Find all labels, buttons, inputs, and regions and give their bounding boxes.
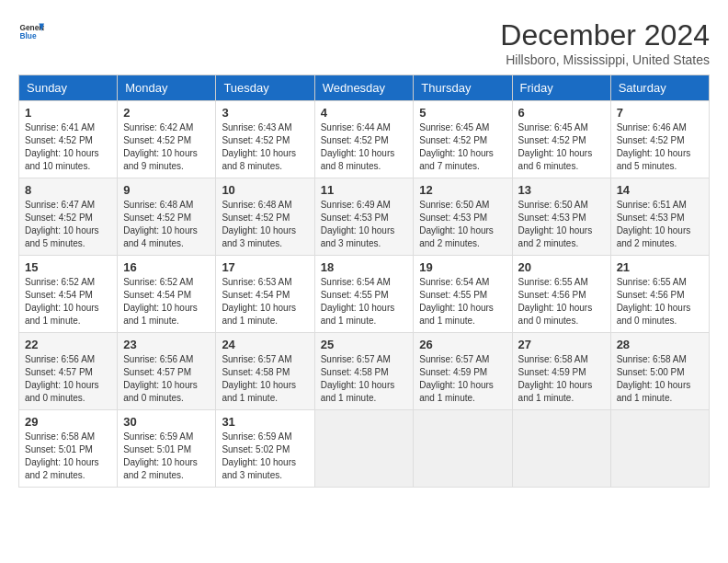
day-number: 1	[25, 106, 111, 120]
day-info: Sunrise: 6:51 AMSunset: 4:53 PMDaylight:…	[617, 199, 703, 250]
header-thursday: Thursday	[414, 75, 512, 101]
day-number: 4	[321, 106, 408, 120]
day-info: Sunrise: 6:52 AMSunset: 4:54 PMDaylight:…	[123, 276, 210, 327]
week-row-4: 22Sunrise: 6:56 AMSunset: 4:57 PMDayligh…	[19, 333, 710, 410]
day-info: Sunrise: 6:53 AMSunset: 4:54 PMDaylight:…	[222, 276, 308, 327]
day-cell: 14Sunrise: 6:51 AMSunset: 4:53 PMDayligh…	[610, 178, 709, 256]
header-friday: Friday	[512, 75, 610, 101]
day-cell: 24Sunrise: 6:57 AMSunset: 4:58 PMDayligh…	[216, 333, 314, 410]
day-number: 12	[419, 183, 506, 197]
day-cell: 10Sunrise: 6:48 AMSunset: 4:52 PMDayligh…	[216, 178, 314, 256]
day-cell: 23Sunrise: 6:56 AMSunset: 4:57 PMDayligh…	[118, 333, 216, 410]
svg-text:Blue: Blue	[19, 31, 36, 40]
day-cell: 20Sunrise: 6:55 AMSunset: 4:56 PMDayligh…	[512, 256, 610, 333]
header-saturday: Saturday	[610, 75, 709, 101]
day-cell: 8Sunrise: 6:47 AMSunset: 4:52 PMDaylight…	[19, 178, 118, 256]
day-number: 8	[25, 183, 111, 197]
day-info: Sunrise: 6:49 AMSunset: 4:53 PMDaylight:…	[321, 199, 408, 250]
day-cell	[314, 410, 414, 488]
day-cell: 2Sunrise: 6:42 AMSunset: 4:52 PMDaylight…	[118, 101, 216, 178]
day-number: 23	[123, 338, 210, 351]
day-info: Sunrise: 6:58 AMSunset: 4:59 PMDaylight:…	[518, 353, 605, 405]
day-cell: 5Sunrise: 6:45 AMSunset: 4:52 PMDaylight…	[414, 101, 512, 178]
day-number: 17	[222, 260, 308, 274]
day-cell: 12Sunrise: 6:50 AMSunset: 4:53 PMDayligh…	[414, 178, 512, 256]
day-info: Sunrise: 6:48 AMSunset: 4:52 PMDaylight:…	[123, 199, 210, 250]
day-number: 21	[617, 260, 703, 274]
day-number: 15	[25, 260, 111, 274]
day-info: Sunrise: 6:42 AMSunset: 4:52 PMDaylight:…	[123, 121, 210, 173]
day-info: Sunrise: 6:45 AMSunset: 4:52 PMDaylight:…	[419, 121, 506, 173]
day-cell: 25Sunrise: 6:57 AMSunset: 4:58 PMDayligh…	[314, 333, 414, 410]
day-cell	[512, 410, 610, 488]
day-info: Sunrise: 6:56 AMSunset: 4:57 PMDaylight:…	[25, 353, 111, 405]
day-cell: 27Sunrise: 6:58 AMSunset: 4:59 PMDayligh…	[512, 333, 610, 410]
day-number: 31	[222, 415, 308, 429]
day-info: Sunrise: 6:47 AMSunset: 4:52 PMDaylight:…	[25, 199, 111, 250]
header-row: SundayMondayTuesdayWednesdayThursdayFrid…	[19, 75, 710, 101]
week-row-5: 29Sunrise: 6:58 AMSunset: 5:01 PMDayligh…	[19, 410, 710, 488]
header-wednesday: Wednesday	[314, 75, 414, 101]
day-number: 11	[321, 183, 408, 197]
day-info: Sunrise: 6:52 AMSunset: 4:54 PMDaylight:…	[25, 276, 111, 327]
day-number: 27	[518, 338, 605, 351]
day-info: Sunrise: 6:50 AMSunset: 4:53 PMDaylight:…	[518, 199, 605, 250]
day-number: 18	[321, 260, 408, 274]
day-cell: 6Sunrise: 6:45 AMSunset: 4:52 PMDaylight…	[512, 101, 610, 178]
day-cell	[414, 410, 512, 488]
calendar-table: SundayMondayTuesdayWednesdayThursdayFrid…	[18, 75, 710, 488]
day-cell: 28Sunrise: 6:58 AMSunset: 5:00 PMDayligh…	[610, 333, 709, 410]
week-row-3: 15Sunrise: 6:52 AMSunset: 4:54 PMDayligh…	[19, 256, 710, 333]
day-cell	[610, 410, 709, 488]
logo-icon: General Blue	[18, 18, 44, 44]
day-cell: 19Sunrise: 6:54 AMSunset: 4:55 PMDayligh…	[414, 256, 512, 333]
day-info: Sunrise: 6:54 AMSunset: 4:55 PMDaylight:…	[419, 276, 506, 327]
day-info: Sunrise: 6:46 AMSunset: 4:52 PMDaylight:…	[617, 121, 703, 173]
day-info: Sunrise: 6:43 AMSunset: 4:52 PMDaylight:…	[222, 121, 308, 173]
day-cell: 18Sunrise: 6:54 AMSunset: 4:55 PMDayligh…	[314, 256, 414, 333]
day-number: 26	[419, 338, 506, 351]
day-info: Sunrise: 6:58 AMSunset: 5:00 PMDaylight:…	[617, 353, 703, 405]
day-info: Sunrise: 6:59 AMSunset: 5:01 PMDaylight:…	[123, 431, 210, 482]
day-info: Sunrise: 6:59 AMSunset: 5:02 PMDaylight:…	[222, 431, 308, 482]
day-number: 16	[123, 260, 210, 274]
day-cell: 17Sunrise: 6:53 AMSunset: 4:54 PMDayligh…	[216, 256, 314, 333]
day-cell: 15Sunrise: 6:52 AMSunset: 4:54 PMDayligh…	[19, 256, 118, 333]
day-number: 5	[419, 106, 506, 120]
day-cell: 16Sunrise: 6:52 AMSunset: 4:54 PMDayligh…	[118, 256, 216, 333]
month-title: December 2024	[500, 18, 710, 52]
day-info: Sunrise: 6:54 AMSunset: 4:55 PMDaylight:…	[321, 276, 408, 327]
day-info: Sunrise: 6:56 AMSunset: 4:57 PMDaylight:…	[123, 353, 210, 405]
day-number: 2	[123, 106, 210, 120]
header-tuesday: Tuesday	[216, 75, 314, 101]
location: Hillsboro, Mississippi, United States	[500, 52, 710, 67]
day-info: Sunrise: 6:45 AMSunset: 4:52 PMDaylight:…	[518, 121, 605, 173]
day-info: Sunrise: 6:55 AMSunset: 4:56 PMDaylight:…	[518, 276, 605, 327]
day-cell: 13Sunrise: 6:50 AMSunset: 4:53 PMDayligh…	[512, 178, 610, 256]
day-cell: 4Sunrise: 6:44 AMSunset: 4:52 PMDaylight…	[314, 101, 414, 178]
week-row-2: 8Sunrise: 6:47 AMSunset: 4:52 PMDaylight…	[19, 178, 710, 256]
day-cell: 30Sunrise: 6:59 AMSunset: 5:01 PMDayligh…	[118, 410, 216, 488]
day-cell: 9Sunrise: 6:48 AMSunset: 4:52 PMDaylight…	[118, 178, 216, 256]
day-number: 24	[222, 338, 308, 351]
day-number: 3	[222, 106, 308, 120]
title-section: December 2024 Hillsboro, Mississippi, Un…	[500, 18, 710, 67]
page-header: General Blue December 2024 Hillsboro, Mi…	[18, 18, 710, 67]
day-number: 19	[419, 260, 506, 274]
day-info: Sunrise: 6:58 AMSunset: 5:01 PMDaylight:…	[25, 431, 111, 482]
day-cell: 7Sunrise: 6:46 AMSunset: 4:52 PMDaylight…	[610, 101, 709, 178]
day-number: 14	[617, 183, 703, 197]
day-number: 25	[321, 338, 408, 351]
day-info: Sunrise: 6:44 AMSunset: 4:52 PMDaylight:…	[321, 121, 408, 173]
day-cell: 3Sunrise: 6:43 AMSunset: 4:52 PMDaylight…	[216, 101, 314, 178]
day-cell: 22Sunrise: 6:56 AMSunset: 4:57 PMDayligh…	[19, 333, 118, 410]
day-info: Sunrise: 6:57 AMSunset: 4:59 PMDaylight:…	[419, 353, 506, 405]
day-number: 9	[123, 183, 210, 197]
day-number: 22	[25, 338, 111, 351]
logo: General Blue	[18, 18, 44, 44]
day-number: 13	[518, 183, 605, 197]
day-info: Sunrise: 6:48 AMSunset: 4:52 PMDaylight:…	[222, 199, 308, 250]
day-number: 29	[25, 415, 111, 429]
day-cell: 31Sunrise: 6:59 AMSunset: 5:02 PMDayligh…	[216, 410, 314, 488]
day-cell: 11Sunrise: 6:49 AMSunset: 4:53 PMDayligh…	[314, 178, 414, 256]
